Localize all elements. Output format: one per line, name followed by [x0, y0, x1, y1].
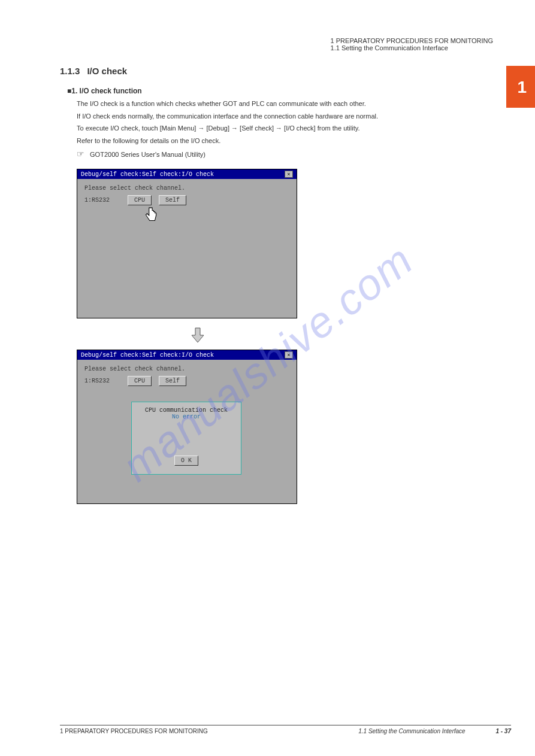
footer-section: 1.1 Setting the Communication Interface: [358, 728, 465, 734]
screenshot-block: Debug/self check:Self check:I/O check × …: [77, 169, 517, 504]
close-icon[interactable]: ×: [285, 171, 293, 178]
section-number: 1.1.3: [60, 66, 80, 76]
self-button[interactable]: Self: [159, 376, 186, 386]
subsection-heading: ■1. I/O check function: [67, 87, 517, 95]
arrow-icon: →: [198, 125, 204, 132]
dialog-title-text: Debug/self check:Self check:I/O check: [81, 352, 214, 359]
pointer-icon: ☞: [77, 148, 84, 160]
nav-self-check: [Self check]: [240, 125, 274, 132]
header-chapter: 1 PREPARATORY PROCEDURES FOR MONITORING …: [331, 37, 493, 51]
paragraph-3: To execute I/O check, touch [Main Menu] …: [77, 123, 517, 133]
dialog-io-check-1: Debug/self check:Self check:I/O check × …: [77, 169, 297, 318]
cpu-check-popup: CPU communication check No error O K: [131, 402, 241, 475]
channel-label: 1:RS232: [84, 378, 120, 384]
hand-cursor-icon: [143, 207, 159, 224]
cpu-button[interactable]: CPU: [128, 195, 152, 205]
page-number: 1 - 37: [495, 728, 511, 734]
header-line1: 1 PREPARATORY PROCEDURES FOR MONITORING: [331, 37, 493, 44]
footer-left: 1 PREPARATORY PROCEDURES FOR MONITORING: [60, 728, 208, 734]
arrow-icon: →: [231, 125, 238, 132]
close-icon[interactable]: ×: [285, 351, 293, 359]
nav-debug: [Debug]: [206, 125, 229, 132]
cpu-button[interactable]: CPU: [128, 376, 152, 386]
paragraph-2: If I/O check ends normally, the communic…: [77, 111, 517, 122]
subsection-title: I/O check function: [80, 87, 142, 95]
dialog-title-text: Debug/self check:Self check:I/O check: [81, 171, 214, 178]
section-title-text: I/O check: [87, 66, 127, 76]
subsection-square: ■1.: [67, 87, 77, 95]
paragraph-4: Refer to the following for details on th…: [77, 136, 517, 146]
header-line2: 1.1 Setting the Communication Interface: [331, 44, 493, 51]
paragraph-5: ☞ GOT2000 Series User's Manual (Utility): [77, 148, 517, 160]
page-footer: 1 PREPARATORY PROCEDURES FOR MONITORING …: [60, 725, 511, 734]
popup-message-1: CPU communication check: [145, 407, 228, 414]
paragraph-1: The I/O check is a function which checks…: [77, 99, 517, 109]
channel-label: 1:RS232: [84, 197, 120, 204]
dialog-io-check-2: Debug/self check:Self check:I/O check × …: [77, 350, 297, 504]
dialog-prompt: Please select check channel.: [84, 366, 289, 372]
section-heading: 1.1.3I/O check: [60, 66, 517, 76]
popup-message-2: No error: [172, 414, 201, 420]
ok-button[interactable]: O K: [174, 456, 198, 466]
down-arrow-icon: [189, 327, 206, 344]
p5-text: GOT2000 Series User's Manual (Utility): [90, 151, 205, 158]
footer-right: 1.1 Setting the Communication Interface …: [358, 728, 511, 734]
p3-prefix: To execute I/O check, touch [Main Menu]: [77, 125, 196, 132]
dialog-prompt: Please select check channel.: [84, 185, 289, 192]
nav-io-check: [I/O check]: [284, 125, 316, 132]
dialog-body: Please select check channel. 1:RS232 CPU…: [77, 360, 297, 503]
dialog-titlebar: Debug/self check:Self check:I/O check ×: [77, 169, 297, 179]
arrow-icon: →: [276, 125, 282, 132]
dialog-body: Please select check channel. 1:RS232 CPU…: [77, 179, 297, 318]
self-button[interactable]: Self: [159, 195, 186, 205]
dialog-titlebar: Debug/self check:Self check:I/O check ×: [77, 350, 297, 360]
chapter-tab-number: 1: [517, 78, 527, 97]
